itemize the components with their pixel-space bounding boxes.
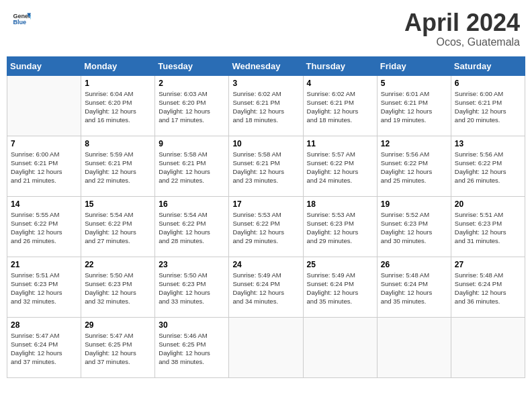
day-info: Sunrise: 5:50 AM Sunset: 6:23 PM Dayligh… <box>159 271 225 306</box>
svg-text:Blue: Blue <box>13 19 26 26</box>
calendar-cell: 16Sunrise: 5:54 AM Sunset: 6:22 PM Dayli… <box>155 196 229 257</box>
calendar-cell: 28Sunrise: 5:47 AM Sunset: 6:24 PM Dayli… <box>7 317 81 377</box>
day-number: 5 <box>381 79 447 88</box>
calendar-cell: 7Sunrise: 6:00 AM Sunset: 6:21 PM Daylig… <box>7 136 81 196</box>
calendar-cell: 26Sunrise: 5:48 AM Sunset: 6:24 PM Dayli… <box>377 257 451 317</box>
day-number: 8 <box>85 139 151 148</box>
day-info: Sunrise: 5:50 AM Sunset: 6:23 PM Dayligh… <box>85 271 151 306</box>
calendar-cell: 2Sunrise: 6:03 AM Sunset: 6:20 PM Daylig… <box>155 75 229 136</box>
day-info: Sunrise: 5:58 AM Sunset: 6:21 PM Dayligh… <box>232 150 299 185</box>
calendar-cell: 14Sunrise: 5:55 AM Sunset: 6:22 PM Dayli… <box>7 196 81 257</box>
day-info: Sunrise: 6:04 AM Sunset: 6:20 PM Dayligh… <box>85 89 151 125</box>
day-info: Sunrise: 5:58 AM Sunset: 6:21 PM Dayligh… <box>159 150 225 185</box>
day-info: Sunrise: 5:55 AM Sunset: 6:22 PM Dayligh… <box>11 210 77 246</box>
calendar-cell: 21Sunrise: 5:51 AM Sunset: 6:23 PM Dayli… <box>7 257 81 317</box>
calendar-cell: 12Sunrise: 5:56 AM Sunset: 6:22 PM Dayli… <box>377 136 451 196</box>
day-info: Sunrise: 5:57 AM Sunset: 6:22 PM Dayligh… <box>307 150 373 185</box>
calendar-cell: 5Sunrise: 6:01 AM Sunset: 6:21 PM Daylig… <box>377 75 451 136</box>
calendar-cell <box>377 317 451 377</box>
calendar-cell: 10Sunrise: 5:58 AM Sunset: 6:21 PM Dayli… <box>229 136 303 196</box>
day-number: 18 <box>307 199 373 209</box>
calendar-cell: 29Sunrise: 5:47 AM Sunset: 6:25 PM Dayli… <box>81 317 155 377</box>
day-number: 29 <box>85 320 151 330</box>
week-row-1: 1Sunrise: 6:04 AM Sunset: 6:20 PM Daylig… <box>7 75 525 136</box>
day-number: 22 <box>85 260 151 269</box>
day-number: 11 <box>307 139 373 148</box>
calendar-cell: 13Sunrise: 5:56 AM Sunset: 6:22 PM Dayli… <box>451 136 525 196</box>
column-header-sunday: Sunday <box>7 56 81 75</box>
day-number: 16 <box>159 199 225 209</box>
day-info: Sunrise: 5:54 AM Sunset: 6:22 PM Dayligh… <box>85 210 151 246</box>
day-number: 30 <box>159 320 225 330</box>
day-info: Sunrise: 5:51 AM Sunset: 6:23 PM Dayligh… <box>11 271 77 306</box>
day-number: 6 <box>455 79 521 88</box>
title-block: April 2024 Ocos, Guatemala <box>404 9 520 48</box>
day-info: Sunrise: 5:47 AM Sunset: 6:25 PM Dayligh… <box>85 331 151 367</box>
calendar-cell: 19Sunrise: 5:52 AM Sunset: 6:23 PM Dayli… <box>377 196 451 257</box>
calendar-cell: 9Sunrise: 5:58 AM Sunset: 6:21 PM Daylig… <box>155 136 229 196</box>
calendar-cell: 11Sunrise: 5:57 AM Sunset: 6:22 PM Dayli… <box>303 136 377 196</box>
day-number: 10 <box>232 139 299 148</box>
day-info: Sunrise: 5:51 AM Sunset: 6:23 PM Dayligh… <box>455 210 521 246</box>
month-title: April 2024 <box>404 9 520 36</box>
day-number: 3 <box>232 79 299 88</box>
calendar-cell: 1Sunrise: 6:04 AM Sunset: 6:20 PM Daylig… <box>81 75 155 136</box>
calendar-table: SundayMondayTuesdayWednesdayThursdayFrid… <box>7 56 525 378</box>
week-row-3: 14Sunrise: 5:55 AM Sunset: 6:22 PM Dayli… <box>7 196 525 257</box>
column-header-thursday: Thursday <box>303 56 377 75</box>
day-info: Sunrise: 5:46 AM Sunset: 6:25 PM Dayligh… <box>159 331 225 367</box>
column-header-tuesday: Tuesday <box>155 56 229 75</box>
logo-icon: General Blue <box>12 9 31 28</box>
calendar-cell: 15Sunrise: 5:54 AM Sunset: 6:22 PM Dayli… <box>81 196 155 257</box>
week-row-4: 21Sunrise: 5:51 AM Sunset: 6:23 PM Dayli… <box>7 257 525 317</box>
day-number: 26 <box>381 260 447 269</box>
column-header-friday: Friday <box>377 56 451 75</box>
day-info: Sunrise: 5:59 AM Sunset: 6:21 PM Dayligh… <box>85 150 151 185</box>
calendar-cell: 3Sunrise: 6:02 AM Sunset: 6:21 PM Daylig… <box>229 75 303 136</box>
week-row-2: 7Sunrise: 6:00 AM Sunset: 6:21 PM Daylig… <box>7 136 525 196</box>
day-info: Sunrise: 5:49 AM Sunset: 6:24 PM Dayligh… <box>307 271 373 306</box>
day-info: Sunrise: 5:52 AM Sunset: 6:23 PM Dayligh… <box>381 210 447 246</box>
calendar-cell: 23Sunrise: 5:50 AM Sunset: 6:23 PM Dayli… <box>155 257 229 317</box>
day-number: 12 <box>381 139 447 148</box>
day-number: 19 <box>381 199 447 209</box>
page-header: General Blue April 2024 Ocos, Guatemala <box>7 7 525 51</box>
day-number: 14 <box>11 199 77 209</box>
day-number: 9 <box>159 139 225 148</box>
calendar-cell <box>229 317 303 377</box>
calendar-cell: 22Sunrise: 5:50 AM Sunset: 6:23 PM Dayli… <box>81 257 155 317</box>
day-info: Sunrise: 6:02 AM Sunset: 6:21 PM Dayligh… <box>232 89 299 125</box>
week-row-5: 28Sunrise: 5:47 AM Sunset: 6:24 PM Dayli… <box>7 317 525 377</box>
calendar-cell: 30Sunrise: 5:46 AM Sunset: 6:25 PM Dayli… <box>155 317 229 377</box>
day-number: 4 <box>307 79 373 88</box>
day-number: 2 <box>159 79 225 88</box>
calendar-cell <box>7 75 81 136</box>
day-number: 21 <box>11 260 77 269</box>
column-header-wednesday: Wednesday <box>229 56 303 75</box>
day-info: Sunrise: 6:01 AM Sunset: 6:21 PM Dayligh… <box>381 89 447 125</box>
day-number: 20 <box>455 199 521 209</box>
header-row: SundayMondayTuesdayWednesdayThursdayFrid… <box>7 56 525 75</box>
calendar-cell: 6Sunrise: 6:00 AM Sunset: 6:21 PM Daylig… <box>451 75 525 136</box>
day-number: 28 <box>11 320 77 330</box>
day-number: 7 <box>11 139 77 148</box>
day-number: 27 <box>455 260 521 269</box>
calendar-cell: 25Sunrise: 5:49 AM Sunset: 6:24 PM Dayli… <box>303 257 377 317</box>
calendar-cell: 17Sunrise: 5:53 AM Sunset: 6:22 PM Dayli… <box>229 196 303 257</box>
day-info: Sunrise: 6:03 AM Sunset: 6:20 PM Dayligh… <box>159 89 225 125</box>
day-info: Sunrise: 5:47 AM Sunset: 6:24 PM Dayligh… <box>11 331 77 367</box>
day-info: Sunrise: 5:48 AM Sunset: 6:24 PM Dayligh… <box>381 271 447 306</box>
day-number: 13 <box>455 139 521 148</box>
day-info: Sunrise: 5:48 AM Sunset: 6:24 PM Dayligh… <box>455 271 521 306</box>
day-info: Sunrise: 5:49 AM Sunset: 6:24 PM Dayligh… <box>232 271 299 306</box>
calendar-cell: 4Sunrise: 6:02 AM Sunset: 6:21 PM Daylig… <box>303 75 377 136</box>
day-info: Sunrise: 5:54 AM Sunset: 6:22 PM Dayligh… <box>159 210 225 246</box>
day-info: Sunrise: 6:00 AM Sunset: 6:21 PM Dayligh… <box>455 89 521 125</box>
day-info: Sunrise: 5:53 AM Sunset: 6:22 PM Dayligh… <box>232 210 299 246</box>
day-number: 1 <box>85 79 151 88</box>
calendar-cell: 8Sunrise: 5:59 AM Sunset: 6:21 PM Daylig… <box>81 136 155 196</box>
day-number: 25 <box>307 260 373 269</box>
column-header-saturday: Saturday <box>451 56 525 75</box>
calendar-cell: 24Sunrise: 5:49 AM Sunset: 6:24 PM Dayli… <box>229 257 303 317</box>
location: Ocos, Guatemala <box>404 36 520 48</box>
